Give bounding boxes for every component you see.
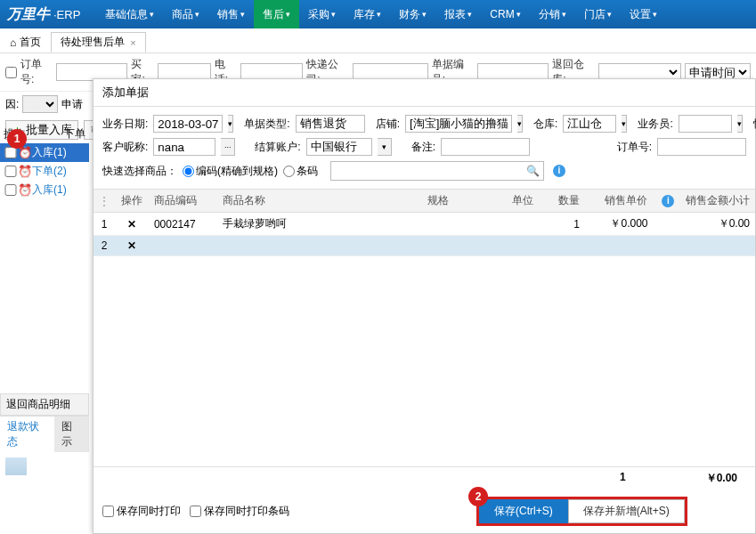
wh-dropdown[interactable]: ▾ xyxy=(622,115,627,133)
row-name[interactable]: 手栽绿萝哟呵 xyxy=(217,213,421,236)
shop-dropdown[interactable]: ▾ xyxy=(517,115,523,133)
nav-items: 基础信息▾ 商品▾ 销售▾ 售后▾ 采购▾ 库存▾ 财务▾ 报表▾ CRM▾ 分… xyxy=(96,0,665,28)
row-price[interactable] xyxy=(585,236,654,256)
row-unit[interactable] xyxy=(502,236,544,256)
save-button[interactable]: 保存(Ctrl+S) xyxy=(479,499,568,523)
print-on-save[interactable]: 保存同时打印 xyxy=(102,504,181,519)
row-unit[interactable] xyxy=(502,213,544,236)
form-row-2: 客户昵称: ··· 结算账户: ▾ 备注: 订单号: xyxy=(93,135,755,158)
left-row-3-link[interactable]: 入库(1) xyxy=(32,182,67,198)
settle-dropdown[interactable]: ▾ xyxy=(378,138,392,156)
quick-search-box: 🔍 xyxy=(330,161,544,181)
callout-1: 1 xyxy=(7,129,27,149)
tab-current[interactable]: 待处理售后单× xyxy=(51,32,145,53)
wh-input[interactable] xyxy=(563,115,616,133)
row-qty[interactable]: 1 xyxy=(543,213,585,236)
nav-aftersale[interactable]: 售后▾ xyxy=(254,0,299,28)
top-nav: 万里牛 ·ERP 基础信息▾ 商品▾ 销售▾ 售后▾ 采购▾ 库存▾ 财务▾ 报… xyxy=(0,0,756,28)
tab-home[interactable]: ⌂首页 xyxy=(0,32,51,53)
print-barcode-checkbox[interactable] xyxy=(190,506,201,517)
nav-finance[interactable]: 财务▾ xyxy=(390,0,435,28)
settle-input[interactable] xyxy=(306,138,372,156)
line-items-table: ⋮ 操作 商品编码 商品名称 规格 单位 数量 销售单价 i 销售金额小计 1 … xyxy=(93,189,755,256)
left-header-ext: 下单 xyxy=(64,126,85,142)
row-code[interactable] xyxy=(149,236,217,256)
nav-basic-label: 基础信息 xyxy=(105,7,148,22)
cause-select[interactable] xyxy=(22,95,58,113)
caret-icon: ▾ xyxy=(562,10,566,19)
bizdate-input[interactable] xyxy=(153,115,223,133)
info-icon[interactable]: i xyxy=(662,195,674,207)
print-on-save-label: 保存同时打印 xyxy=(117,504,181,519)
doctype-input[interactable] xyxy=(296,115,365,133)
cust-input[interactable] xyxy=(153,138,215,156)
radio-code-input[interactable] xyxy=(183,166,194,177)
nav-purchase[interactable]: 采购▾ xyxy=(299,0,345,28)
bottom-left-tabs: 退款状态 图示 xyxy=(0,416,89,452)
sales-input[interactable] xyxy=(679,115,732,133)
callout-2: 2 xyxy=(468,487,488,506)
left-row-2-link[interactable]: 下单(2) xyxy=(32,164,67,179)
delete-row-icon[interactable]: ✕ xyxy=(127,218,136,231)
print-barcode-label: 保存同时打印条码 xyxy=(204,504,289,519)
memo-label: 备注: xyxy=(411,140,435,155)
radio-code[interactable]: 编码(精确到规格) xyxy=(183,164,278,179)
print-on-save-checkbox[interactable] xyxy=(102,506,114,517)
tab-current-label: 待处理售后单 xyxy=(61,35,125,50)
cause-label: 因: xyxy=(5,97,19,112)
nav-store[interactable]: 门店▾ xyxy=(575,0,621,28)
cust-label: 客户昵称: xyxy=(102,140,148,155)
left-row-2-checkbox[interactable] xyxy=(4,166,18,177)
row-spec[interactable] xyxy=(422,236,502,256)
row-price[interactable]: ￥0.000 xyxy=(585,213,654,236)
select-all-checkbox[interactable] xyxy=(5,67,17,78)
nav-settings[interactable]: 设置▾ xyxy=(621,0,666,28)
row-spec[interactable] xyxy=(422,213,502,236)
radio-code-label: 编码(精确到规格) xyxy=(196,164,278,179)
radio-barcode-input[interactable] xyxy=(283,166,295,177)
left-row-1-link[interactable]: 入库(1) xyxy=(32,145,67,160)
shop-input[interactable] xyxy=(405,115,512,133)
delete-row-icon[interactable]: ✕ xyxy=(127,239,136,252)
bl-thumbnail[interactable] xyxy=(5,457,27,475)
row-code[interactable]: 0002147 xyxy=(149,213,217,236)
apply-label: 申请 xyxy=(61,97,83,112)
row-name[interactable] xyxy=(217,236,421,256)
radio-barcode[interactable]: 条码 xyxy=(283,164,318,179)
left-row-3[interactable]: ⏰ 入库(1) xyxy=(0,181,89,199)
memo-input[interactable] xyxy=(441,138,530,156)
quick-label: 快速选择商品： xyxy=(102,164,177,179)
nav-report[interactable]: 报表▾ xyxy=(435,0,481,28)
ord-input[interactable] xyxy=(657,138,746,156)
sales-dropdown[interactable]: ▾ xyxy=(737,115,743,133)
caret-icon: ▾ xyxy=(150,10,154,19)
bl-tab-refund[interactable]: 退款状态 xyxy=(0,417,54,452)
left-row-3-checkbox[interactable] xyxy=(4,184,18,196)
bl-tab-image[interactable]: 图示 xyxy=(54,417,89,452)
save-and-new-button[interactable]: 保存并新增(Alt+S) xyxy=(568,499,685,523)
alarm-icon: ⏰ xyxy=(18,165,32,178)
search-icon[interactable]: 🔍 xyxy=(526,165,540,177)
nav-dist[interactable]: 分销▾ xyxy=(530,0,575,28)
form-row-1: 业务日期: ▾ 单据类型: 店铺: ▾ 仓库: ▾ 业务员: ▾ 快递单号: xyxy=(93,112,755,135)
close-icon[interactable]: × xyxy=(130,37,135,48)
table-row[interactable]: 1 ✕ 0002147 手栽绿萝哟呵 1 ￥0.000 ￥0.00 xyxy=(93,213,755,236)
bizdate-dropdown[interactable]: ▾ xyxy=(228,115,233,133)
caret-icon: ▾ xyxy=(607,10,612,19)
print-barcode-on-save[interactable]: 保存同时打印条码 xyxy=(190,504,289,519)
nav-sales[interactable]: 销售▾ xyxy=(208,0,254,28)
cust-more[interactable]: ··· xyxy=(221,138,235,156)
nav-basic[interactable]: 基础信息▾ xyxy=(96,0,163,28)
totals-row: 1 ￥0.00 xyxy=(93,466,755,490)
row-qty[interactable] xyxy=(543,236,585,256)
left-row-2[interactable]: ⏰ 下单(2) xyxy=(0,162,89,181)
quick-search-input[interactable] xyxy=(335,163,526,179)
nav-goods[interactable]: 商品▾ xyxy=(163,0,208,28)
caret-icon: ▾ xyxy=(516,10,521,19)
nav-crm[interactable]: CRM▾ xyxy=(481,0,529,28)
nav-stock[interactable]: 库存▾ xyxy=(345,0,390,28)
table-row[interactable]: 2 ✕ xyxy=(93,236,755,256)
info-icon[interactable]: i xyxy=(553,165,565,177)
caret-icon: ▾ xyxy=(286,10,290,19)
footer-actions: 保存同时打印 保存同时打印条码 2 保存(Ctrl+S) 保存并新增(Alt+S… xyxy=(93,490,755,533)
